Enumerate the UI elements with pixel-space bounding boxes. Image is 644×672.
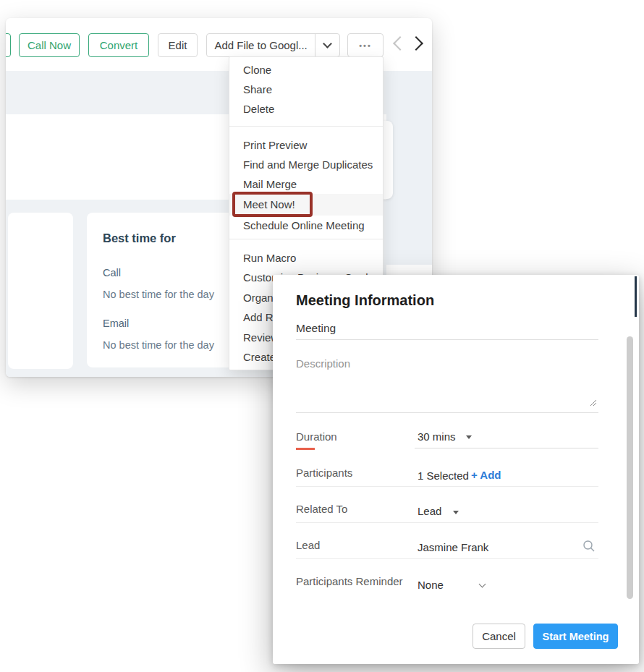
chevron-right-icon[interactable] [409,36,423,51]
participants-count: 1 Selected [418,469,469,482]
menu-item-clone[interactable]: Clone [229,60,383,80]
partial-button[interactable] [6,33,11,57]
row-divider [296,522,598,523]
menu-divider [229,126,383,127]
call-now-label: Call Now [27,39,71,51]
menu-item-run-macro[interactable]: Run Macro [229,248,383,268]
resize-handle-icon[interactable] [588,398,597,407]
chevron-down-icon [323,39,332,48]
best-time-call-label: Call [103,267,121,278]
edit-button[interactable]: Edit [158,33,198,57]
page: Call Now Convert Edit Add File to Googl.… [0,0,644,672]
meeting-information-modal: Meeting Information Duration 30 mins Par… [273,275,639,664]
call-now-button[interactable]: Call Now [19,33,80,57]
add-file-split-button: Add File to Googl... [206,33,340,57]
reminder-value: None [418,579,444,591]
right-panel-background [386,71,432,265]
caret-down-icon [466,435,472,439]
add-participant-link[interactable]: + Add [471,469,501,481]
duration-value: 30 mins [418,430,456,443]
cancel-button[interactable]: Cancel [473,624,525,649]
menu-item-find-merge[interactable]: Find and Merge Duplicates [229,155,383,174]
modal-edge-marker [635,276,637,317]
lead-label: Lead [296,539,320,551]
lead-value: Jasmine Frank [418,541,488,553]
meeting-title-input[interactable] [296,317,598,340]
ellipsis-icon: ••• [359,41,372,50]
best-time-email-label: Email [103,318,129,329]
edit-label: Edit [169,39,187,51]
modal-title: Meeting Information [296,292,434,309]
related-to-select[interactable]: Lead [415,502,501,521]
row-divider [296,486,598,487]
best-time-call-value: No best time for the day [103,289,214,300]
row-divider [296,558,598,559]
related-to-label: Related To [296,503,347,515]
search-icon[interactable] [582,540,596,553]
cancel-label: Cancel [482,630,516,642]
menu-item-mail-merge[interactable]: Mail Merge [229,174,383,194]
add-file-button[interactable]: Add File to Googl... [207,34,315,56]
reminder-select[interactable]: None [415,576,494,595]
start-meeting-label: Start Meeting [543,631,609,642]
convert-label: Convert [100,39,138,51]
menu-item-share[interactable]: Share [229,80,383,99]
participants-label: Participants [296,467,352,479]
add-file-label: Add File to Googl... [214,39,307,51]
participants-reminder-label: Participants Reminder [296,575,403,587]
related-to-value: Lead [418,505,441,517]
start-meeting-button[interactable]: Start Meeting [533,624,618,649]
caret-down-icon [453,511,459,514]
menu-divider [229,239,383,239]
menu-item-schedule-online[interactable]: Schedule Online Meeting [229,216,383,235]
convert-button[interactable]: Convert [88,33,149,57]
description-textarea[interactable] [296,349,598,413]
more-options-button[interactable]: ••• [347,33,384,57]
menu-item-print-preview[interactable]: Print Preview [229,135,383,155]
best-time-email-value: No best time for the day [103,339,214,351]
modal-scrollbar-thumb[interactable] [627,336,633,599]
left-widget-card [8,213,73,369]
chevron-down-icon [479,581,486,588]
best-time-card: Best time for Call No best time for the … [87,213,236,367]
add-file-caret-button[interactable] [315,34,339,56]
active-field-underline [296,448,315,450]
best-time-title: Best time for [103,231,176,245]
chevron-left-icon[interactable] [393,36,407,51]
duration-select[interactable]: 30 mins [415,428,598,448]
menu-item-meet-now[interactable]: Meet Now! [229,194,383,216]
duration-label: Duration [296,430,337,443]
menu-item-delete[interactable]: Delete [229,99,383,119]
